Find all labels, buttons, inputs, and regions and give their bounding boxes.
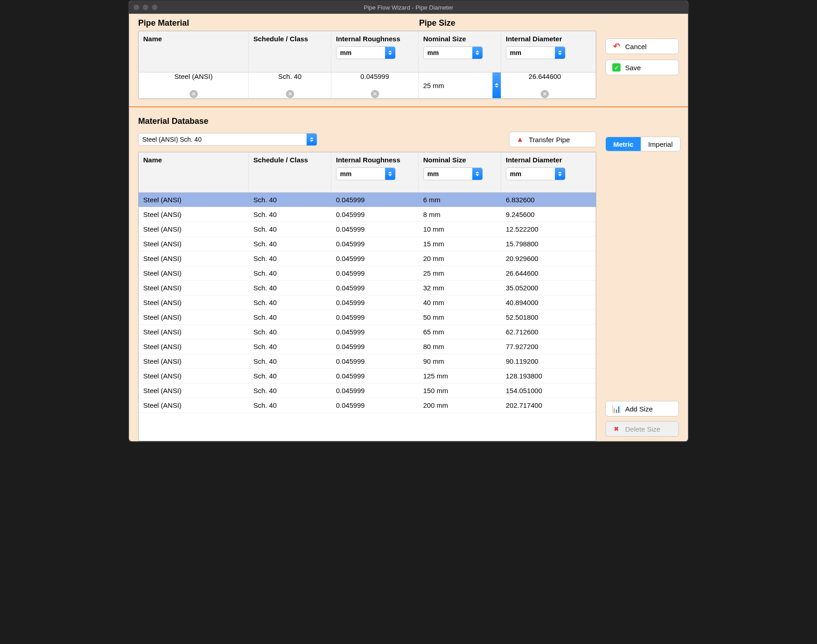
chevron-updown-icon (555, 47, 565, 59)
clear-icon[interactable]: ✕ (190, 90, 198, 98)
db-nominal-unit-select[interactable]: mm (423, 167, 483, 180)
db-col-name: Name (143, 156, 244, 164)
chevron-updown-icon (385, 47, 395, 59)
chevron-updown-icon (472, 168, 482, 180)
clear-icon[interactable]: ✕ (286, 90, 294, 98)
close-icon[interactable] (134, 5, 139, 10)
transfer-pipe-button[interactable]: ▲Transfer Pipe (509, 132, 596, 147)
col-name: Name (143, 35, 244, 43)
nominal-unit-select[interactable]: mm (423, 46, 483, 59)
table-row[interactable]: Steel (ANSI)Sch. 400.0459998 mm9.245600 (139, 207, 596, 222)
check-icon: ✓ (612, 63, 621, 72)
col-roughness: Internal Roughness (336, 35, 414, 43)
table-row[interactable]: Steel (ANSI)Sch. 400.045999125 mm128.193… (139, 369, 596, 383)
chevron-updown-icon (472, 47, 482, 59)
table-row[interactable]: Steel (ANSI)Sch. 400.04599950 mm52.50180… (139, 310, 596, 325)
arrow-up-icon: ▲ (516, 135, 524, 144)
chevron-updown-icon (385, 168, 395, 180)
db-roughness-unit-select[interactable]: mm (336, 167, 396, 180)
table-row[interactable]: Steel (ANSI)Sch. 400.045999150 mm154.051… (139, 383, 596, 398)
pipe-size-heading: Pipe Size (419, 18, 455, 28)
save-button[interactable]: ✓Save (605, 60, 679, 75)
pipe-material-heading: Pipe Material (138, 18, 419, 28)
clear-icon[interactable]: ✕ (371, 90, 379, 98)
table-row[interactable]: Steel (ANSI)Sch. 400.045999200 mm202.717… (139, 398, 596, 413)
table-row[interactable]: Steel (ANSI)Sch. 400.04599932 mm35.05200… (139, 281, 596, 295)
roughness-input[interactable]: 0.045999✕ (331, 72, 419, 98)
delete-size-button[interactable]: ✖Delete Size (605, 421, 679, 437)
roughness-unit-select[interactable]: mm (336, 46, 396, 59)
undo-icon: ↶ (612, 42, 621, 50)
db-col-diameter: Internal Diameter (506, 156, 584, 164)
table-row[interactable]: Steel (ANSI)Sch. 400.04599990 mm90.11920… (139, 354, 596, 369)
schedule-input[interactable]: Sch. 40✕ (249, 72, 331, 98)
table-row[interactable]: Steel (ANSI)Sch. 400.04599925 mm26.64460… (139, 266, 596, 281)
app-window: Pipe Flow Wizard - Pipe Diameter Pipe Ma… (128, 0, 689, 442)
minimize-icon[interactable] (143, 5, 148, 10)
db-col-nominal: Nominal Size (423, 156, 496, 164)
table-row[interactable]: Steel (ANSI)Sch. 400.04599965 mm62.71260… (139, 325, 596, 339)
col-diameter: Internal Diameter (506, 35, 584, 43)
table-row[interactable]: Steel (ANSI)Sch. 400.04599980 mm77.92720… (139, 339, 596, 354)
delete-icon: ✖ (612, 425, 621, 433)
section-divider (129, 106, 688, 107)
db-col-schedule: Schedule / Class (253, 156, 326, 164)
imperial-tab[interactable]: Imperial (641, 137, 680, 151)
diameter-unit-select[interactable]: mm (506, 46, 565, 59)
window-controls (134, 5, 157, 10)
table-row[interactable]: Steel (ANSI)Sch. 400.04599920 mm20.92960… (139, 251, 596, 266)
material-database-heading: Material Database (138, 117, 596, 126)
col-nominal: Nominal Size (423, 35, 496, 43)
pipe-edit-table: Name Schedule / Class Internal Roughness… (138, 31, 596, 99)
chevron-updown-icon (492, 72, 501, 98)
chevron-updown-icon (307, 133, 317, 145)
col-schedule: Schedule / Class (253, 35, 326, 43)
unit-system-toggle[interactable]: Metric Imperial (605, 137, 681, 151)
zoom-icon[interactable] (152, 5, 157, 10)
add-icon: 📊 (612, 405, 621, 413)
chevron-updown-icon (555, 168, 565, 180)
material-select[interactable]: Steel (ANSI) Sch. 40 (138, 133, 317, 146)
name-input[interactable]: Steel (ANSI)✕ (139, 72, 249, 98)
database-table: Name Schedule / Class Internal Roughness… (138, 152, 596, 441)
table-row[interactable]: Steel (ANSI)Sch. 400.04599940 mm40.89400… (139, 295, 596, 310)
table-row[interactable]: Steel (ANSI)Sch. 400.04599915 mm15.79880… (139, 237, 596, 251)
clear-icon[interactable]: ✕ (541, 90, 549, 98)
window-title: Pipe Flow Wizard - Pipe Diameter (364, 4, 453, 11)
database-rows[interactable]: Steel (ANSI)Sch. 400.0459996 mm6.832600S… (139, 193, 596, 413)
cancel-button[interactable]: ↶Cancel (605, 39, 679, 54)
db-diameter-unit-select[interactable]: mm (506, 167, 565, 180)
titlebar: Pipe Flow Wizard - Pipe Diameter (129, 1, 688, 14)
metric-tab[interactable]: Metric (606, 137, 641, 151)
nominal-select[interactable]: 25 mm (419, 72, 501, 98)
diameter-input[interactable]: 26.644600✕ (501, 72, 588, 98)
db-col-roughness: Internal Roughness (336, 156, 414, 164)
table-row[interactable]: Steel (ANSI)Sch. 400.04599910 mm12.52220… (139, 222, 596, 237)
add-size-button[interactable]: 📊Add Size (605, 401, 679, 416)
table-row[interactable]: Steel (ANSI)Sch. 400.0459996 mm6.832600 (139, 193, 596, 207)
